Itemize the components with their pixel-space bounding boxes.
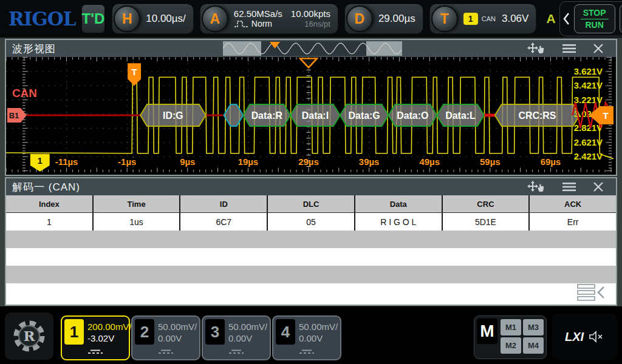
move-window-icon[interactable]	[527, 181, 545, 193]
horizontal-key-icon: H	[114, 5, 140, 32]
column-header-dlc: DLC	[268, 195, 355, 212]
delay-key-icon: D	[346, 5, 373, 32]
svg-text:Data:O: Data:O	[397, 110, 428, 121]
timebase-overview-strip[interactable]	[223, 41, 402, 56]
decode-table-row[interactable]: 11us6C705R I G O L5D1EErr	[6, 213, 616, 231]
svg-text:R: R	[23, 328, 35, 344]
svg-text:1: 1	[38, 155, 43, 166]
sample-rate: 62.50MSa/s	[234, 8, 282, 19]
svg-text:T: T	[132, 67, 137, 77]
svg-text:Data:L: Data:L	[445, 110, 476, 121]
speaker-muted-icon[interactable]	[589, 331, 604, 343]
divider	[581, 19, 609, 19]
waveform-window-titlebar[interactable]: 波形视图	[6, 40, 616, 57]
svg-text:CRC:RS: CRC:RS	[519, 110, 556, 121]
decode-window-title: 解码一 (CAN)	[12, 180, 80, 194]
svg-text:Data:R: Data:R	[251, 110, 283, 121]
column-header-data: Data	[355, 195, 443, 212]
svg-text:B1: B1	[9, 111, 19, 120]
rigol-menu-button[interactable]: R	[5, 312, 53, 360]
collapse-list-icon[interactable]	[577, 284, 606, 301]
close-icon[interactable]	[593, 43, 604, 54]
column-header-id: ID	[180, 195, 268, 212]
trigger-source-badge: 1	[463, 13, 478, 25]
chevron-left-icon[interactable]	[562, 12, 570, 26]
waveform-window-title: 波形视图	[12, 42, 56, 56]
gear-icon: R	[12, 318, 47, 354]
run-label: RUN	[585, 21, 603, 30]
trigger-key-icon: T	[431, 5, 458, 32]
svg-text:Data:I: Data:I	[302, 110, 329, 121]
svg-text:59µs: 59µs	[480, 157, 501, 167]
channel-4-values: 50.00mV/0.00V	[299, 321, 338, 344]
column-header-crc: CRC	[443, 195, 530, 212]
cell-dlc: 05	[268, 213, 355, 231]
menu-icon[interactable]	[562, 182, 576, 192]
math-widget[interactable]: M M1M3M2M4	[474, 315, 547, 359]
trigger-type: CAN	[482, 15, 496, 22]
horizontal-scale-widget[interactable]: H 10.00µs/	[112, 4, 194, 34]
coupling-icon	[87, 346, 103, 357]
channel-4-widget[interactable]: 450.00mV/0.00V	[272, 315, 341, 360]
svg-text:2.421V: 2.421V	[574, 151, 603, 161]
horizontal-offset-value: 29.00µs	[378, 13, 415, 25]
cell-index: 1	[6, 213, 94, 231]
cell-time: 1us	[94, 213, 181, 231]
channel-1-widget[interactable]: 1200.00mV/-3.02V	[61, 315, 130, 360]
svg-text:49µs: 49µs	[419, 157, 440, 167]
svg-text:39µs: 39µs	[359, 157, 380, 167]
move-window-icon[interactable]	[527, 42, 545, 55]
channel-3-values: 50.00mV/0.00V	[228, 321, 267, 344]
oscilloscope-screen: RIGOL T'D H 10.00µs/ A 62.50MSa/s Norm 1…	[0, 0, 622, 364]
svg-text:-1µs: -1µs	[118, 157, 136, 167]
decode-window-titlebar[interactable]: 解码一 (CAN)	[6, 178, 616, 195]
channel-3-widget[interactable]: 350.00mV/0.00V	[202, 315, 271, 360]
math-button-m1[interactable]: M1	[501, 319, 521, 335]
trigger-widget[interactable]: T 1 CAN 3.06V	[429, 4, 537, 34]
trigger-level-value: 3.06V	[502, 13, 528, 25]
decode-empty-row	[6, 283, 616, 301]
horizontal-scale-value: 10.00µs/	[146, 13, 186, 25]
svg-text:9µs: 9µs	[180, 157, 195, 167]
svg-text:69µs: 69µs	[541, 157, 561, 167]
cell-ack: Err	[530, 213, 616, 231]
column-header-ack: ACK	[530, 195, 616, 212]
acquire-widget[interactable]: A 62.50MSa/s Norm 10.00kpts 16ns/pt	[200, 4, 338, 34]
math-button-m3[interactable]: M3	[523, 319, 544, 335]
memory-depth: 10.00kpts	[291, 8, 330, 19]
measure-button[interactable]: 测量	[620, 4, 622, 33]
waveform-window: 波形视图 ID:GData:RData:IData:GData:OData:LC…	[5, 39, 617, 176]
acquire-mode: Norm	[251, 19, 272, 29]
decode-window: 解码一 (CAN) IndexTimeIDDLCDataCRCACK 11us6…	[5, 177, 617, 306]
channel-1-values: 200.00mV/-3.02V	[87, 321, 132, 344]
menu-icon[interactable]	[562, 44, 576, 53]
column-header-time: Time	[94, 195, 181, 212]
lxi-status: LXI	[552, 314, 617, 360]
trigger-status-badge: T'D	[82, 5, 105, 33]
decode-empty-row	[6, 231, 616, 248]
math-button-m4[interactable]: M4	[523, 337, 544, 354]
close-icon[interactable]	[593, 181, 604, 192]
channel-2-badge: 2	[135, 319, 154, 345]
svg-text:2.621V: 2.621V	[574, 137, 603, 147]
decode-empty-row	[6, 248, 616, 266]
channel-2-widget[interactable]: 250.00mV/0.00V	[131, 315, 200, 360]
svg-text:19µs: 19µs	[238, 157, 259, 167]
channel-4-badge: 4	[276, 319, 295, 345]
decode-table-header: IndexTimeIDDLCDataCRCACK	[6, 195, 616, 213]
svg-text:T: T	[603, 110, 608, 121]
math-button-m2[interactable]: M2	[501, 337, 521, 354]
svg-text:3.221V: 3.221V	[574, 95, 603, 105]
coupling-icon	[299, 346, 315, 357]
svg-text:CAN: CAN	[12, 87, 37, 99]
toolbar-cluster: STOP RUN 测量	[559, 1, 622, 36]
column-header-index: Index	[6, 195, 94, 212]
waveform-display[interactable]: ID:GData:RData:IData:GData:OData:LCRC:RS…	[6, 57, 613, 172]
rigol-logo: RIGOL	[9, 8, 76, 30]
channel-3-badge: 3	[205, 319, 225, 345]
workspace: 波形视图 ID:GData:RData:IData:GData:OData:LC…	[0, 38, 622, 306]
delay-widget[interactable]: D 29.00µs	[344, 4, 423, 34]
cell-data: R I G O L	[355, 213, 443, 231]
stop-run-button[interactable]: STOP RUN	[574, 4, 615, 33]
coupling-icon	[158, 346, 174, 357]
